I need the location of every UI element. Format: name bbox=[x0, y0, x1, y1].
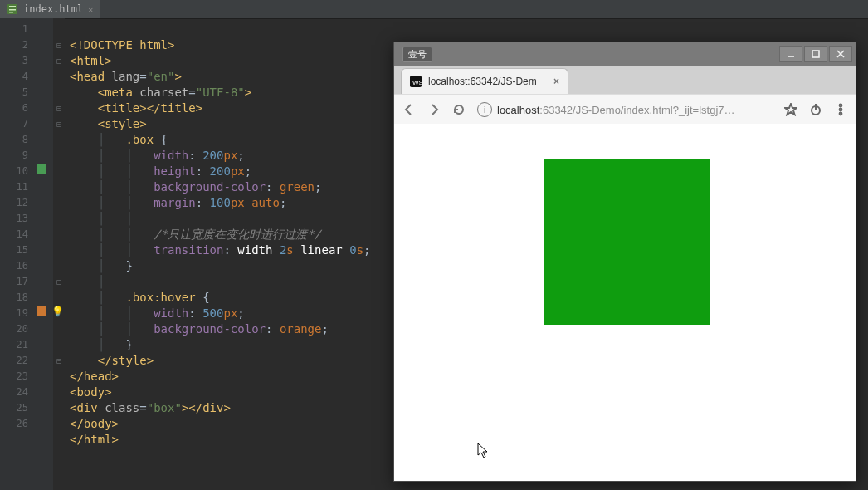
ide-tab-filename: index.html bbox=[23, 3, 83, 15]
url-rest: :63342/JS-Demo/index.html?_ijt=lstgj7… bbox=[539, 104, 734, 116]
reload-icon[interactable] bbox=[452, 103, 466, 116]
intention-bulb-icon[interactable]: 💡 bbox=[51, 304, 64, 320]
svg-rect-3 bbox=[9, 12, 13, 13]
svg-rect-1 bbox=[9, 6, 16, 7]
svg-point-14 bbox=[840, 109, 842, 111]
svg-point-15 bbox=[840, 113, 842, 115]
browser-window: 壹号 WS localhost:63342/JS-Dem × i localho… bbox=[393, 42, 856, 482]
svg-rect-5 bbox=[812, 51, 819, 57]
address-bar[interactable]: i localhost:63342/JS-Demo/index.html?_ij… bbox=[477, 102, 773, 117]
ide-tab-indexhtml[interactable]: index.html ✕ bbox=[0, 0, 100, 18]
window-titlebar[interactable]: 壹号 bbox=[394, 42, 856, 66]
close-icon[interactable]: ✕ bbox=[88, 5, 93, 14]
svg-point-13 bbox=[840, 105, 842, 107]
svg-rect-2 bbox=[9, 9, 16, 11]
menu-dots-icon[interactable] bbox=[834, 103, 847, 116]
url-host: localhost bbox=[497, 104, 539, 116]
html-file-icon bbox=[7, 3, 18, 15]
ide-tab-strip: index.html ✕ bbox=[0, 0, 868, 19]
mouse-cursor-icon bbox=[477, 443, 489, 459]
window-maximize-button[interactable] bbox=[804, 46, 827, 62]
browser-viewport[interactable] bbox=[394, 124, 856, 481]
titlebar-badge: 壹号 bbox=[402, 47, 432, 62]
color-swatch-green-icon bbox=[37, 164, 46, 174]
browser-tab-title: localhost:63342/JS-Dem bbox=[428, 76, 537, 87]
window-close-button[interactable] bbox=[829, 46, 852, 62]
rendered-box bbox=[544, 159, 710, 325]
close-icon[interactable]: × bbox=[553, 76, 559, 87]
forward-icon[interactable] bbox=[427, 103, 441, 116]
line-number-gutter: 1234567891011121314151617181920212223242… bbox=[0, 18, 33, 490]
site-info-icon[interactable]: i bbox=[477, 102, 492, 117]
svg-marker-10 bbox=[785, 104, 797, 115]
color-swatch-orange-icon bbox=[37, 306, 46, 316]
browser-tab-strip: WS localhost:63342/JS-Dem × bbox=[394, 66, 856, 94]
svg-text:WS: WS bbox=[412, 79, 422, 86]
back-icon[interactable] bbox=[402, 103, 416, 116]
browser-toolbar: i localhost:63342/JS-Demo/index.html?_ij… bbox=[394, 94, 856, 125]
browser-tab[interactable]: WS localhost:63342/JS-Dem × bbox=[401, 68, 568, 94]
gutter-marks bbox=[33, 18, 53, 490]
fold-gutter: ⊟ ⊟ ⊟ ⊟ ⊟ 💡 ⊟ bbox=[53, 18, 65, 490]
star-icon[interactable] bbox=[784, 103, 797, 116]
power-icon[interactable] bbox=[809, 103, 822, 116]
window-minimize-button[interactable] bbox=[779, 46, 802, 62]
favicon-icon: WS bbox=[410, 76, 422, 87]
